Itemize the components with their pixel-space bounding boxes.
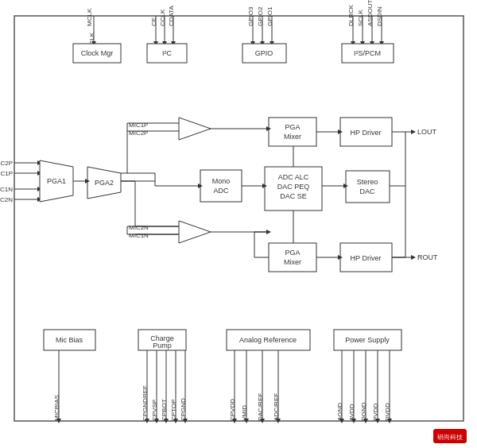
svg-rect-115 <box>269 243 316 272</box>
svg-text:I²C: I²C <box>162 49 172 57</box>
svg-text:Clock Mgr: Clock Mgr <box>81 49 114 57</box>
svg-rect-69 <box>269 118 316 146</box>
svg-rect-94 <box>346 171 390 203</box>
diagram-container: MCLK MCLK CE CCLK CDATA <box>0 0 477 448</box>
svg-text:ROUT: ROUT <box>417 253 438 261</box>
svg-text:ADC/REF: ADC/REF <box>273 393 280 421</box>
svg-text:MIC2N: MIC2N <box>0 196 13 203</box>
svg-text:HP Driver: HP Driver <box>351 254 382 262</box>
svg-text:AVDD: AVDD <box>348 404 355 421</box>
svg-text:ASDOUT: ASDOUT <box>366 0 374 26</box>
svg-text:GPIO: GPIO <box>255 49 273 57</box>
svg-text:MIC1N: MIC1N <box>0 186 13 193</box>
svg-text:SCLK: SCLK <box>357 9 364 26</box>
svg-text:Analog Reference: Analog Reference <box>239 336 297 344</box>
svg-text:Mic Bias: Mic Bias <box>56 336 83 344</box>
svg-text:PGA: PGA <box>285 249 300 257</box>
svg-text:PGA: PGA <box>285 123 300 131</box>
svg-text:GPIO2: GPIO2 <box>257 6 264 26</box>
svg-text:CE: CE <box>150 17 157 26</box>
svg-text:DGND: DGND <box>360 402 367 421</box>
svg-text:Mono: Mono <box>212 177 231 185</box>
svg-text:HP Driver: HP Driver <box>351 129 382 137</box>
svg-text:DAC PEQ: DAC PEQ <box>277 183 310 191</box>
svg-marker-106 <box>179 221 211 243</box>
svg-text:GPIO3: GPIO3 <box>247 6 254 26</box>
svg-text:MIC1N: MIC1N <box>129 232 149 239</box>
svg-text:DLRCK: DLRCK <box>347 4 355 26</box>
svg-text:MIC1P: MIC1P <box>0 170 13 177</box>
svg-text:CPVDD: CPVDD <box>229 399 236 421</box>
svg-text:DSDIN: DSDIN <box>376 6 383 26</box>
svg-rect-81 <box>200 170 242 202</box>
svg-text:PVDD: PVDD <box>372 404 379 421</box>
svg-text:Stereo: Stereo <box>357 178 378 186</box>
svg-text:CPTOP: CPTOP <box>170 400 177 421</box>
svg-text:DAC/REF: DAC/REF <box>257 393 264 421</box>
svg-text:ADC: ADC <box>213 187 229 195</box>
svg-text:PGA2: PGA2 <box>95 179 114 187</box>
svg-text:DAC SE: DAC SE <box>280 192 307 200</box>
svg-marker-123 <box>411 255 416 260</box>
svg-text:CPBOT: CPBOT <box>161 399 168 421</box>
svg-text:MCLK: MCLK <box>86 8 93 26</box>
svg-text:CPGNDREF: CPGNDREF <box>142 385 149 421</box>
svg-text:CPGND: CPGND <box>180 398 187 421</box>
svg-rect-0 <box>14 16 463 421</box>
svg-text:CPVSP: CPVSP <box>151 400 158 421</box>
svg-text:DVDD: DVDD <box>384 403 391 421</box>
svg-text:DAC: DAC <box>359 187 375 195</box>
svg-marker-68 <box>179 118 211 140</box>
svg-text:MICBIAS: MICBIAS <box>53 395 60 421</box>
svg-text:GPIO1: GPIO1 <box>266 6 273 26</box>
svg-text:Mixer: Mixer <box>284 258 301 266</box>
svg-text:VMID: VMID <box>241 405 248 421</box>
svg-text:MIC2P: MIC2P <box>0 160 13 167</box>
svg-text:Mixer: Mixer <box>284 133 301 141</box>
svg-text:MIC2P: MIC2P <box>129 129 148 137</box>
diagram-svg: MCLK MCLK CE CCLK CDATA <box>0 0 477 448</box>
svg-text:Power Supply: Power Supply <box>345 336 390 344</box>
svg-text:MIC1P: MIC1P <box>129 122 148 129</box>
svg-text:研尚科技: 研尚科技 <box>437 434 463 441</box>
svg-text:I²S/PCM: I²S/PCM <box>354 49 381 57</box>
svg-text:Pump: Pump <box>153 342 172 350</box>
svg-marker-75 <box>411 129 416 134</box>
svg-text:PGA1: PGA1 <box>47 177 66 185</box>
svg-text:CDATA: CDATA <box>168 5 175 26</box>
svg-text:MIC2N: MIC2N <box>129 224 149 231</box>
svg-text:CCLK: CCLK <box>159 9 166 26</box>
svg-text:ADC ALC: ADC ALC <box>278 173 309 181</box>
svg-text:LOUT: LOUT <box>417 128 437 136</box>
svg-text:AGND: AGND <box>336 403 343 421</box>
